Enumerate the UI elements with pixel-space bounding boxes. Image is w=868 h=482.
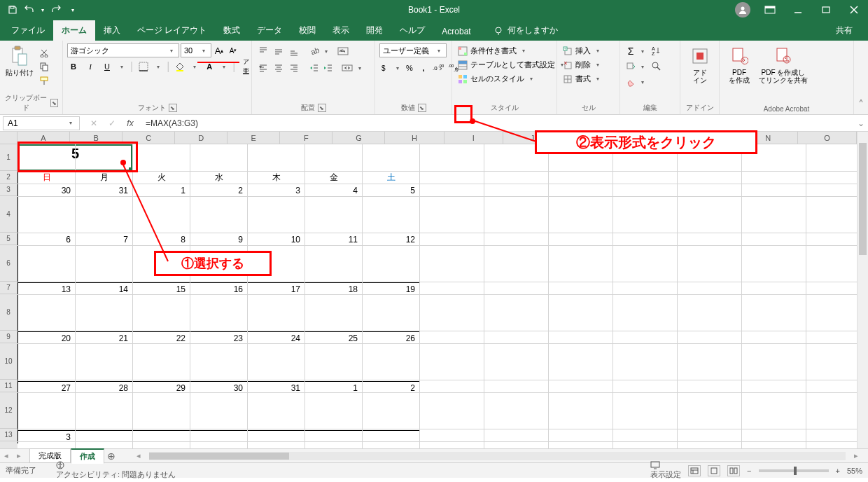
svg-rect-63	[458, 75, 462, 78]
hscroll-right-icon[interactable]: ▸	[850, 451, 862, 460]
orientation-icon[interactable]: ab	[308, 45, 321, 57]
insert-cells-button[interactable]: +挿入▾	[561, 45, 603, 57]
number-launcher[interactable]: ⬊	[418, 104, 426, 112]
tab-insert[interactable]: 挿入	[95, 20, 129, 41]
hscroll-left-icon[interactable]: ◂	[132, 451, 145, 460]
wrap-text-icon[interactable]: ab	[336, 45, 350, 57]
font-launcher[interactable]: ⬊	[169, 104, 177, 112]
new-sheet-icon[interactable]: ⊕	[104, 450, 118, 462]
pdf-share-button[interactable]: PDF を作成し てリンクを共有	[757, 43, 809, 85]
delete-cells-button[interactable]: 削除▾	[561, 59, 603, 71]
accounting-format-icon[interactable]: $	[379, 62, 392, 74]
maximize-icon[interactable]	[812, 0, 840, 20]
tab-view[interactable]: 表示	[324, 20, 358, 41]
comma-format-icon[interactable]: ,	[417, 62, 430, 74]
cells-grid[interactable]: 5日月火水木金土30311234567891011121314151617181…	[18, 144, 857, 448]
accessibility-status[interactable]: アクセシビリティ: 問題ありません	[56, 461, 176, 480]
svg-rect-14	[43, 65, 48, 71]
alignment-launcher[interactable]: ⬊	[318, 104, 326, 112]
format-cells-button[interactable]: 書式▾	[561, 73, 603, 85]
increase-decimal-icon[interactable]: .0.00	[431, 62, 445, 74]
font-name-select[interactable]: 游ゴシック▾	[67, 43, 179, 57]
name-box[interactable]: A1▾	[3, 116, 80, 130]
bold-button[interactable]: B	[67, 60, 80, 73]
enter-formula-icon[interactable]: ✓	[106, 118, 118, 128]
tab-pagelayout[interactable]: ページ レイアウト	[129, 20, 215, 41]
merge-center-icon[interactable]	[340, 62, 354, 74]
underline-button[interactable]: U	[101, 60, 113, 73]
increase-indent-icon[interactable]	[322, 62, 335, 74]
border-icon[interactable]	[137, 60, 150, 73]
decrease-font-icon[interactable]: A▾	[227, 44, 239, 57]
phonetic-icon[interactable]: ア亜	[239, 60, 252, 73]
expand-formula-bar-icon[interactable]: ⌄	[854, 118, 868, 128]
tab-formulas[interactable]: 数式	[215, 20, 248, 41]
autosum-icon[interactable]: Σ	[624, 45, 637, 57]
ribbon-display-icon[interactable]	[756, 0, 784, 20]
tab-data[interactable]: データ	[248, 20, 290, 41]
align-right-icon[interactable]	[287, 62, 301, 74]
find-select-icon[interactable]	[650, 60, 664, 73]
undo-icon[interactable]	[22, 3, 36, 17]
zoom-slider[interactable]	[759, 469, 829, 472]
conditional-formatting-button[interactable]: 条件付き書式▾	[456, 45, 529, 57]
pdf-create-button[interactable]: PDF を作成	[724, 43, 755, 85]
copy-icon[interactable]	[38, 60, 50, 73]
minimize-icon[interactable]	[784, 0, 812, 20]
vertical-scrollbar[interactable]	[857, 132, 868, 448]
undo-dropdown-icon[interactable]: ▾	[39, 3, 46, 17]
align-left-icon[interactable]	[256, 62, 270, 74]
tab-developer[interactable]: 開発	[358, 20, 391, 41]
clear-icon[interactable]	[624, 76, 637, 88]
number-format-select[interactable]: ユーザー定義▾	[379, 43, 447, 57]
page-layout-view-icon[interactable]	[708, 465, 720, 476]
row-headers[interactable]: 12345678910111213	[0, 144, 18, 448]
decrease-decimal-icon[interactable]: .00.0	[447, 62, 461, 74]
page-break-view-icon[interactable]	[727, 465, 740, 476]
tab-home[interactable]: ホーム	[53, 20, 95, 41]
horizontal-scrollbar[interactable]	[149, 452, 846, 460]
close-icon[interactable]	[840, 0, 868, 20]
cell-styles-button[interactable]: セルのスタイル▾	[456, 73, 537, 85]
sheet-nav-prev-icon[interactable]: ▸	[13, 451, 25, 460]
collapse-ribbon-icon[interactable]: ˄	[854, 41, 868, 114]
tab-file[interactable]: ファイル	[3, 20, 53, 41]
zoom-level[interactable]: 55%	[847, 467, 862, 475]
align-top-icon[interactable]	[256, 45, 270, 57]
font-size-select[interactable]: 30▾	[181, 43, 211, 57]
format-as-table-button[interactable]: テーブルとして書式設定▾	[456, 59, 568, 71]
decrease-indent-icon[interactable]	[308, 62, 321, 74]
sort-filter-icon[interactable]: AZ	[650, 45, 664, 57]
italic-button[interactable]: I	[84, 60, 97, 73]
align-center-icon[interactable]	[272, 62, 286, 74]
tab-help[interactable]: ヘルプ	[391, 20, 433, 41]
share-button[interactable]: 共有	[829, 20, 860, 41]
zoom-out-icon[interactable]: −	[747, 467, 751, 475]
select-all-corner[interactable]	[0, 132, 18, 144]
redo-icon[interactable]	[49, 3, 63, 17]
paste-button[interactable]: 貼り付け	[4, 43, 35, 78]
fill-icon[interactable]	[624, 60, 637, 73]
tell-me[interactable]: 何をしますか	[488, 20, 564, 41]
format-painter-icon[interactable]	[38, 74, 50, 87]
increase-font-icon[interactable]: A▴	[213, 44, 225, 57]
zoom-in-icon[interactable]: +	[836, 467, 840, 475]
align-middle-icon[interactable]	[272, 45, 286, 57]
clipboard-launcher[interactable]: ⬊	[50, 99, 58, 107]
cut-icon[interactable]	[38, 46, 50, 59]
formula-input[interactable]: =MAX(A3:G3)	[141, 118, 854, 128]
tab-review[interactable]: 校閲	[290, 20, 324, 41]
normal-view-icon[interactable]	[688, 465, 701, 476]
sheet-nav-first-icon[interactable]: ◂	[0, 451, 13, 460]
fill-color-icon[interactable]	[174, 60, 186, 73]
qat-customize-icon[interactable]: ▾	[66, 3, 80, 17]
display-settings-button[interactable]: 表示設定	[650, 461, 681, 480]
user-avatar[interactable]	[735, 2, 750, 18]
addin-button[interactable]: アド イン	[685, 43, 715, 85]
fx-icon[interactable]: fx	[125, 118, 136, 128]
tab-acrobat[interactable]: Acrobat	[433, 22, 479, 41]
cancel-formula-icon[interactable]: ✕	[88, 118, 99, 128]
align-bottom-icon[interactable]	[287, 45, 301, 57]
save-icon[interactable]	[6, 3, 20, 17]
percent-format-icon[interactable]: %	[403, 62, 416, 74]
